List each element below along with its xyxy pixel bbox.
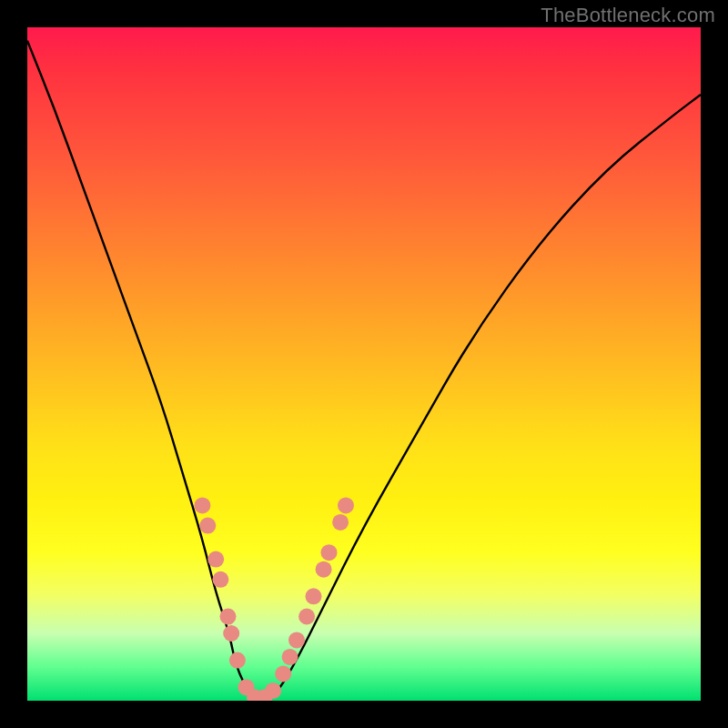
highlight-dot [316, 561, 332, 578]
highlight-dot [265, 682, 281, 699]
highlight-dot [338, 497, 354, 513]
highlight-dot [306, 588, 322, 604]
watermark-text: TheBottleneck.com [541, 4, 715, 27]
highlight-dot [194, 497, 210, 513]
highlight-dot [321, 544, 338, 561]
bottleneck-curve [27, 41, 701, 699]
highlight-dot [288, 632, 305, 648]
chart-svg [27, 27, 701, 701]
chart-frame [27, 27, 701, 701]
highlight-dot [229, 652, 246, 669]
highlight-dot [332, 514, 349, 531]
highlight-dot [282, 649, 298, 665]
highlight-dot [220, 609, 237, 625]
highlight-dot [275, 665, 291, 682]
highlight-dot [207, 551, 224, 568]
highlight-dot [223, 625, 239, 642]
highlight-dot [212, 571, 228, 588]
highlight-dot [199, 518, 216, 534]
highlight-dot [298, 609, 315, 625]
